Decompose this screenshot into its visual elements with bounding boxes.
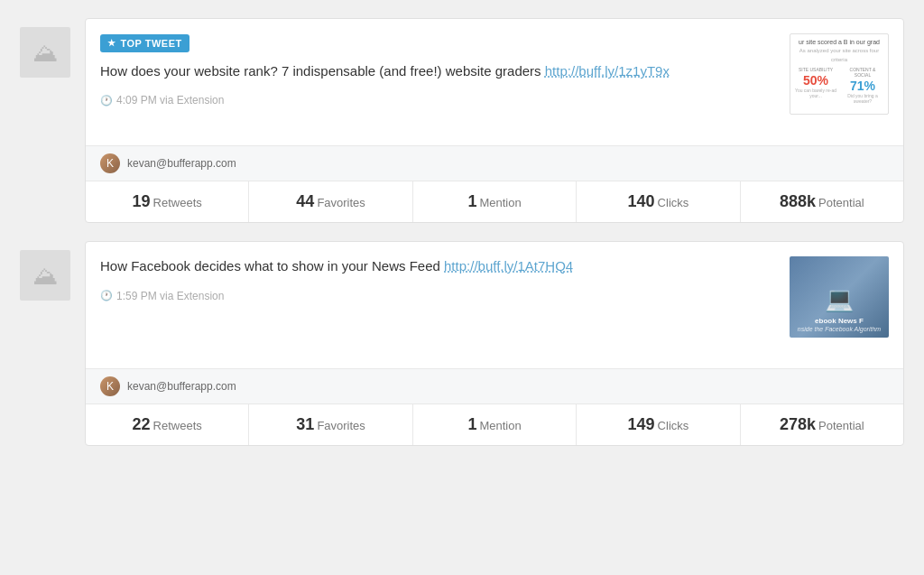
stat-retweets-2: 22Retweets (86, 404, 249, 445)
stat-num-4-2: 278k (780, 415, 816, 433)
stat-mention-1: 1Mention (413, 181, 577, 222)
tweet-time-2: 1:59 PM via Extension (116, 290, 224, 302)
tweet-body-1: ★TOP TWEETHow does your website rank? 7 … (86, 19, 903, 145)
stat-label-0-2: Retweets (153, 419, 202, 432)
user-avatar-1: K (100, 153, 120, 173)
tweet-body-2: How Facebook decides what to show in you… (86, 242, 903, 368)
clock-icon: 🕐 (100, 290, 113, 301)
tweet-content-1: ★TOP TWEETHow does your website rank? 7 … (100, 33, 779, 107)
stat-clicks-2: 149Clicks (577, 404, 740, 445)
grader-usability-num: 50% (794, 73, 837, 88)
stat-num-1-2: 31 (296, 415, 314, 433)
stat-favorites-2: 31Favorites (249, 404, 412, 445)
user-email-1: kevan@bufferapp.com (127, 157, 236, 170)
stat-num-3-1: 140 (628, 192, 655, 210)
tweet-card-1: ★TOP TWEETHow does your website rank? 7 … (85, 18, 904, 223)
grader-score-usability: SITE USABILITY 50% You can barely re-ad … (794, 67, 837, 105)
stat-label-0-1: Retweets (153, 196, 202, 209)
avatar-image-1: K (100, 153, 120, 173)
stat-potential-1: 888kPotential (741, 181, 903, 222)
stat-num-0-1: 19 (133, 192, 151, 210)
tweet-thumbnail-1: ⛰ (20, 27, 70, 78)
image-placeholder-icon: ⛰ (32, 261, 58, 291)
stat-label-4-1: Potential (818, 196, 864, 209)
tweet-user-row-2: K kevan@bufferapp.com (86, 368, 903, 403)
clock-icon: 🕐 (100, 95, 113, 107)
stat-label-2-1: Mention (479, 196, 521, 209)
facebook-preview-text: ebook News F (815, 317, 864, 326)
tweet-link-2[interactable]: http://buff.ly/1At7HQ4 (444, 258, 573, 274)
tweet-thumbnail-2: ⛰ (20, 250, 70, 301)
tweet-link-1[interactable]: http://buff.ly/1z1yT9x (545, 63, 670, 79)
stat-clicks-1: 140Clicks (577, 181, 740, 222)
tweet-row-1: ⛰★TOP TWEETHow does your website rank? 7… (20, 18, 904, 223)
user-email-2: kevan@bufferapp.com (127, 380, 236, 393)
stats-row-1: 19Retweets44Favorites1Mention140Clicks88… (86, 181, 903, 222)
feed-container: ⛰★TOP TWEETHow does your website rank? 7… (20, 18, 904, 446)
stat-retweets-1: 19Retweets (86, 181, 249, 222)
tweet-meta-1: 🕐4:09 PM via Extension (100, 94, 779, 107)
tweet-preview-2: 💻 ebook News F nside the Facebook Algori… (790, 256, 889, 338)
stat-num-2-1: 1 (467, 192, 476, 210)
tweet-row-2: ⛰How Facebook decides what to show in yo… (20, 241, 904, 446)
stat-mention-2: 1Mention (413, 404, 577, 445)
stat-num-1-1: 44 (296, 192, 314, 210)
stat-label-3-2: Clicks (658, 419, 689, 432)
stat-num-2-2: 1 (467, 415, 476, 433)
tweet-text-1: How does your website rank? 7 indispensa… (100, 61, 779, 82)
tweet-text-2: How Facebook decides what to show in you… (100, 256, 779, 277)
tweet-time-1: 4:09 PM via Extension (116, 94, 224, 107)
stat-label-2-2: Mention (479, 419, 521, 432)
tweet-meta-2: 🕐1:59 PM via Extension (100, 290, 779, 302)
stat-label-1-2: Favorites (317, 419, 365, 432)
avatar-image-2: K (100, 376, 120, 396)
grader-content-label: CONTENT & SOCIAL (841, 67, 884, 78)
grader-scores: SITE USABILITY 50% You can barely re-ad … (794, 67, 884, 105)
stat-num-3-2: 149 (628, 415, 655, 433)
stat-label-1-1: Favorites (317, 196, 365, 209)
grader-title: ur site scored a B in our gradAs analyze… (794, 38, 884, 64)
grader-content-num: 71% (841, 79, 884, 93)
tweet-content-2: How Facebook decides what to show in you… (100, 256, 779, 302)
stat-potential-2: 278kPotential (741, 404, 903, 445)
stat-num-4-1: 888k (780, 192, 816, 210)
top-tweet-label: TOP TWEET (121, 38, 182, 49)
stat-favorites-1: 44Favorites (249, 181, 412, 222)
tweet-preview-1: ur site scored a B in our gradAs analyze… (790, 33, 889, 115)
tweet-card-2: How Facebook decides what to show in you… (85, 241, 904, 446)
top-tweet-badge: ★TOP TWEET (100, 34, 189, 52)
grader-score-content: CONTENT & SOCIAL 71% Did you bring a swe… (841, 67, 884, 105)
grader-usability-sub: You can barely re-ad your... (794, 88, 837, 99)
tweet-user-row-1: K kevan@bufferapp.com (86, 145, 903, 181)
facebook-icon: 💻 (825, 285, 854, 313)
stat-label-4-2: Potential (818, 419, 864, 432)
grader-usability-label: SITE USABILITY (794, 67, 837, 72)
user-avatar-2: K (100, 376, 120, 396)
stat-label-3-1: Clicks (658, 196, 689, 209)
image-placeholder-icon: ⛰ (32, 38, 58, 68)
grader-content-sub: Did you bring a sweater? (841, 93, 884, 105)
stat-num-0-2: 22 (133, 415, 151, 433)
stats-row-2: 22Retweets31Favorites1Mention149Clicks27… (86, 403, 903, 445)
star-icon: ★ (107, 38, 116, 48)
facebook-preview-sub: nside the Facebook Algorithm (798, 326, 881, 332)
